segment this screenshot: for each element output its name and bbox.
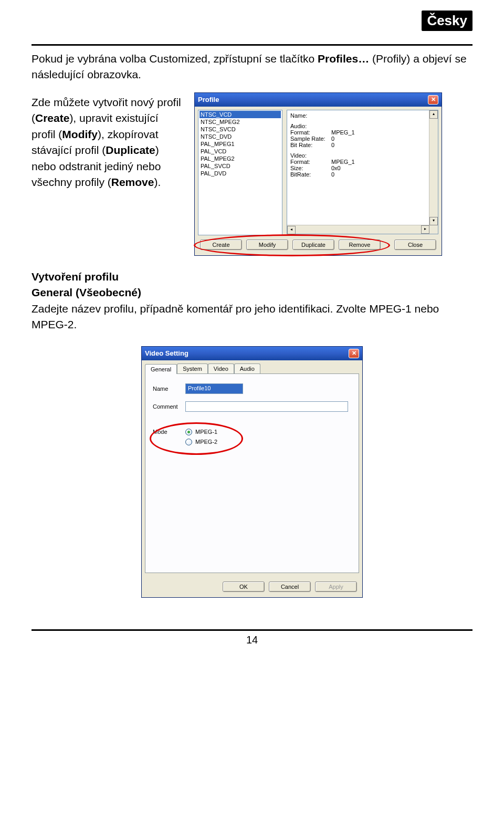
tab-audio[interactable]: Audio (234, 363, 260, 373)
video-format-val: MPEG_1 (331, 159, 355, 165)
section2-h2: General (Všeobecné) (32, 286, 141, 298)
list-item[interactable]: NTSC_DVD (200, 133, 281, 140)
p2-b4: Remove (111, 176, 154, 188)
tab-strip: General System Video Audio (142, 360, 362, 373)
name-label: Name: (290, 112, 435, 119)
language-badge: Česky (422, 11, 472, 31)
profile-titlebar[interactable]: Profile ✕ (195, 93, 442, 107)
vs-titlebar[interactable]: Video Setting ✕ (142, 347, 362, 360)
header-rule (32, 44, 472, 46)
close-icon[interactable]: ✕ (349, 349, 359, 358)
audio-br-val: 0 (331, 142, 334, 148)
list-item[interactable]: PAL_MPEG1 (200, 140, 281, 148)
video-label: Video: (290, 152, 435, 159)
radio-mpeg1[interactable] (185, 429, 192, 435)
profile-listbox[interactable]: NTSC_VCD NTSC_MPEG2 NTSC_SVCD NTSC_DVD P… (198, 110, 282, 235)
video-size-val: 0x0 (331, 165, 341, 171)
p2-s5: ). (154, 176, 161, 188)
p1-bold: Profiles… (318, 53, 369, 65)
audio-br-key: Bit Rate: (290, 142, 331, 148)
scroll-up-icon[interactable]: ▴ (429, 110, 438, 119)
list-item[interactable]: PAL_VCD (200, 148, 281, 155)
comment-input[interactable] (185, 401, 348, 412)
comment-field-label: Comment (153, 403, 185, 410)
hscroll[interactable]: ◂ ▸ (287, 225, 429, 234)
tab-video[interactable]: Video (208, 363, 234, 373)
video-br-key: BitRate: (290, 171, 331, 178)
p2-b1: Create (35, 112, 69, 124)
list-item[interactable]: NTSC_MPEG2 (200, 118, 281, 126)
list-item[interactable]: NTSC_SVCD (200, 126, 281, 133)
video-size-key: Size: (290, 165, 331, 171)
list-item[interactable]: PAL_DVD (200, 170, 281, 177)
radio-mpeg2[interactable] (185, 439, 192, 445)
close-icon[interactable]: ✕ (428, 95, 438, 105)
list-item[interactable]: NTSC_VCD (200, 111, 281, 118)
name-input[interactable]: Profile10 (185, 383, 243, 394)
apply-button[interactable]: Apply (315, 581, 357, 592)
ok-button[interactable]: OK (223, 581, 265, 592)
audio-format-key: Format: (290, 129, 331, 136)
cancel-button[interactable]: Cancel (269, 581, 311, 592)
video-br-val: 0 (331, 171, 334, 178)
vscroll[interactable]: ▴ ▾ (429, 110, 438, 234)
audio-format-val: MPEG_1 (331, 129, 355, 136)
section2-heading: Vytvoření profilu General (Všeobecné) Za… (32, 269, 472, 333)
tab-system[interactable]: System (177, 363, 208, 373)
audio-sr-key: Sample Rate: (290, 136, 331, 142)
p1-pre: Pokud je vybrána volba Customized, zpřís… (32, 53, 318, 65)
profile-details-panel: Name: Audio: Format:MPEG_1 Sample Rate:0… (287, 110, 438, 234)
p2-b3: Duplicate (106, 144, 155, 156)
close-button[interactable]: Close (394, 240, 436, 250)
annotation-oval (150, 422, 243, 455)
annotation-oval (194, 234, 390, 256)
name-field-label: Name (153, 386, 185, 392)
audio-sr-val: 0 (331, 136, 334, 142)
scroll-down-icon[interactable]: ▾ (429, 217, 438, 225)
tab-general[interactable]: General (145, 364, 177, 374)
scroll-right-icon[interactable]: ▸ (421, 225, 429, 234)
video-setting-dialog: Video Setting ✕ General System Video Aud… (141, 346, 363, 598)
section2-p: Zadejte název profilu, případně komentář… (32, 303, 439, 330)
profile-title: Profile (198, 96, 219, 103)
profile-dialog: Profile ✕ NTSC_VCD NTSC_MPEG2 NTSC_SVCD … (194, 92, 442, 256)
vs-title: Video Setting (145, 349, 188, 357)
page-number: 14 (32, 634, 472, 646)
audio-label: Audio: (290, 123, 435, 129)
p2-b2: Modify (62, 128, 98, 140)
paragraph-2: Zde můžete vytvořit nový profil (Create)… (32, 95, 184, 191)
paragraph-1: Pokud je vybrána volba Customized, zpřís… (32, 51, 472, 83)
tab-panel-general: Name Profile10 Comment Mode MPEG-1 MPEG-… (145, 373, 359, 573)
scroll-left-icon[interactable]: ◂ (287, 226, 296, 234)
section2-h1: Vytvoření profilu (32, 271, 119, 283)
video-format-key: Format: (290, 159, 331, 165)
list-item[interactable]: PAL_MPEG2 (200, 155, 281, 162)
list-item[interactable]: PAL_SVCD (200, 162, 281, 170)
footer-rule (32, 629, 472, 631)
